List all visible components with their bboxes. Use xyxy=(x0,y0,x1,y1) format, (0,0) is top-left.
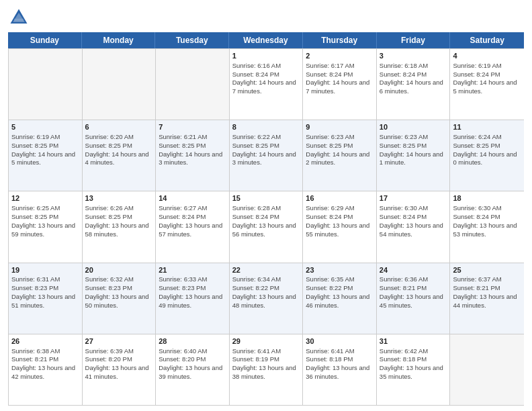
header-day-tuesday: Tuesday xyxy=(155,32,229,48)
day-cell-21: 21Sunrise: 6:33 AM Sunset: 8:23 PM Dayli… xyxy=(156,263,230,334)
day-number: 22 xyxy=(232,265,300,275)
calendar-row-3: 12Sunrise: 6:25 AM Sunset: 8:25 PM Dayli… xyxy=(9,191,524,263)
day-number: 14 xyxy=(159,193,226,203)
sun-info: Sunrise: 6:39 AM Sunset: 8:20 PM Dayligh… xyxy=(85,347,149,380)
sun-info: Sunrise: 6:22 AM Sunset: 8:25 PM Dayligh… xyxy=(232,133,296,166)
day-number: 7 xyxy=(159,122,226,132)
day-number: 8 xyxy=(232,122,300,132)
day-number: 5 xyxy=(11,122,79,132)
day-cell-4: 4Sunrise: 6:19 AM Sunset: 8:24 PM Daylig… xyxy=(450,49,524,120)
sun-info: Sunrise: 6:23 AM Sunset: 8:25 PM Dayligh… xyxy=(380,133,443,166)
sun-info: Sunrise: 6:27 AM Sunset: 8:24 PM Dayligh… xyxy=(159,204,222,237)
day-cell-16: 16Sunrise: 6:29 AM Sunset: 8:24 PM Dayli… xyxy=(303,191,377,262)
day-number: 16 xyxy=(306,193,373,203)
sun-info: Sunrise: 6:20 AM Sunset: 8:25 PM Dayligh… xyxy=(85,133,149,166)
day-cell-3: 3Sunrise: 6:18 AM Sunset: 8:24 PM Daylig… xyxy=(377,49,451,120)
day-cell-10: 10Sunrise: 6:23 AM Sunset: 8:25 PM Dayli… xyxy=(377,120,451,191)
day-number: 31 xyxy=(380,336,447,347)
calendar-row-4: 19Sunrise: 6:31 AM Sunset: 8:23 PM Dayli… xyxy=(9,263,524,334)
sun-info: Sunrise: 6:23 AM Sunset: 8:25 PM Dayligh… xyxy=(306,133,369,166)
day-cell-14: 14Sunrise: 6:27 AM Sunset: 8:24 PM Dayli… xyxy=(156,191,230,262)
day-number: 27 xyxy=(85,336,153,347)
day-cell-23: 23Sunrise: 6:35 AM Sunset: 8:22 PM Dayli… xyxy=(303,263,377,334)
sun-info: Sunrise: 6:18 AM Sunset: 8:24 PM Dayligh… xyxy=(380,62,443,95)
sun-info: Sunrise: 6:25 AM Sunset: 8:25 PM Dayligh… xyxy=(11,204,75,237)
header-day-saturday: Saturday xyxy=(450,32,524,48)
day-number: 17 xyxy=(380,193,447,203)
day-number: 29 xyxy=(232,336,300,347)
day-cell-28: 28Sunrise: 6:40 AM Sunset: 8:20 PM Dayli… xyxy=(156,334,230,405)
day-cell-9: 9Sunrise: 6:23 AM Sunset: 8:25 PM Daylig… xyxy=(303,120,377,191)
day-cell-13: 13Sunrise: 6:26 AM Sunset: 8:25 PM Dayli… xyxy=(83,191,157,262)
day-cell-24: 24Sunrise: 6:36 AM Sunset: 8:21 PM Dayli… xyxy=(377,263,451,334)
sun-info: Sunrise: 6:21 AM Sunset: 8:25 PM Dayligh… xyxy=(159,133,222,166)
day-number: 12 xyxy=(11,193,79,203)
day-cell-26: 26Sunrise: 6:38 AM Sunset: 8:21 PM Dayli… xyxy=(9,334,83,405)
logo-icon xyxy=(8,7,30,28)
svg-rect-2 xyxy=(14,19,24,21)
sun-info: Sunrise: 6:24 AM Sunset: 8:25 PM Dayligh… xyxy=(453,133,517,166)
sun-info: Sunrise: 6:17 AM Sunset: 8:24 PM Dayligh… xyxy=(306,62,369,95)
day-cell-17: 17Sunrise: 6:30 AM Sunset: 8:24 PM Dayli… xyxy=(377,191,451,262)
sun-info: Sunrise: 6:42 AM Sunset: 8:18 PM Dayligh… xyxy=(380,347,443,380)
day-cell-6: 6Sunrise: 6:20 AM Sunset: 8:25 PM Daylig… xyxy=(83,120,157,191)
day-cell-15: 15Sunrise: 6:28 AM Sunset: 8:24 PM Dayli… xyxy=(230,191,304,262)
sun-info: Sunrise: 6:19 AM Sunset: 8:25 PM Dayligh… xyxy=(11,133,75,166)
day-cell-1: 1Sunrise: 6:16 AM Sunset: 8:24 PM Daylig… xyxy=(230,49,304,120)
calendar: SundayMondayTuesdayWednesdayThursdayFrid… xyxy=(8,32,524,406)
day-number: 24 xyxy=(380,265,447,275)
calendar-row-5: 26Sunrise: 6:38 AM Sunset: 8:21 PM Dayli… xyxy=(9,334,524,406)
header xyxy=(8,7,524,28)
day-number: 23 xyxy=(306,265,373,275)
day-cell-27: 27Sunrise: 6:39 AM Sunset: 8:20 PM Dayli… xyxy=(83,334,157,405)
header-day-sunday: Sunday xyxy=(8,32,82,48)
sun-info: Sunrise: 6:30 AM Sunset: 8:24 PM Dayligh… xyxy=(453,204,517,237)
day-number: 2 xyxy=(306,51,373,61)
day-number: 18 xyxy=(453,193,521,203)
calendar-row-1: 1Sunrise: 6:16 AM Sunset: 8:24 PM Daylig… xyxy=(9,49,524,120)
day-number: 11 xyxy=(453,122,521,132)
day-number: 9 xyxy=(306,122,373,132)
day-cell-25: 25Sunrise: 6:37 AM Sunset: 8:21 PM Dayli… xyxy=(450,263,524,334)
day-number: 25 xyxy=(453,265,521,275)
page-container: SundayMondayTuesdayWednesdayThursdayFrid… xyxy=(0,0,532,411)
calendar-header: SundayMondayTuesdayWednesdayThursdayFrid… xyxy=(8,32,524,48)
empty-cell xyxy=(450,334,524,405)
day-number: 26 xyxy=(11,336,79,347)
day-number: 10 xyxy=(380,122,447,132)
day-number: 28 xyxy=(159,336,226,347)
day-number: 1 xyxy=(232,51,300,61)
header-day-monday: Monday xyxy=(82,32,156,48)
day-cell-7: 7Sunrise: 6:21 AM Sunset: 8:25 PM Daylig… xyxy=(156,120,230,191)
day-number: 15 xyxy=(232,193,300,203)
sun-info: Sunrise: 6:37 AM Sunset: 8:21 PM Dayligh… xyxy=(453,275,517,308)
sun-info: Sunrise: 6:34 AM Sunset: 8:22 PM Dayligh… xyxy=(232,275,296,308)
day-number: 19 xyxy=(11,265,79,275)
day-number: 6 xyxy=(85,122,153,132)
sun-info: Sunrise: 6:31 AM Sunset: 8:23 PM Dayligh… xyxy=(11,275,75,308)
sun-info: Sunrise: 6:30 AM Sunset: 8:24 PM Dayligh… xyxy=(380,204,443,237)
day-cell-30: 30Sunrise: 6:41 AM Sunset: 8:18 PM Dayli… xyxy=(303,334,377,405)
sun-info: Sunrise: 6:38 AM Sunset: 8:21 PM Dayligh… xyxy=(11,347,75,380)
sun-info: Sunrise: 6:28 AM Sunset: 8:24 PM Dayligh… xyxy=(232,204,296,237)
sun-info: Sunrise: 6:29 AM Sunset: 8:24 PM Dayligh… xyxy=(306,204,369,237)
day-number: 20 xyxy=(85,265,153,275)
header-day-friday: Friday xyxy=(377,32,451,48)
day-cell-12: 12Sunrise: 6:25 AM Sunset: 8:25 PM Dayli… xyxy=(9,191,83,262)
day-cell-5: 5Sunrise: 6:19 AM Sunset: 8:25 PM Daylig… xyxy=(9,120,83,191)
calendar-row-2: 5Sunrise: 6:19 AM Sunset: 8:25 PM Daylig… xyxy=(9,120,524,191)
sun-info: Sunrise: 6:32 AM Sunset: 8:23 PM Dayligh… xyxy=(85,275,149,308)
header-day-thursday: Thursday xyxy=(303,32,377,48)
day-cell-11: 11Sunrise: 6:24 AM Sunset: 8:25 PM Dayli… xyxy=(450,120,524,191)
day-cell-8: 8Sunrise: 6:22 AM Sunset: 8:25 PM Daylig… xyxy=(230,120,304,191)
sun-info: Sunrise: 6:35 AM Sunset: 8:22 PM Dayligh… xyxy=(306,275,369,308)
sun-info: Sunrise: 6:41 AM Sunset: 8:18 PM Dayligh… xyxy=(306,347,369,380)
day-cell-2: 2Sunrise: 6:17 AM Sunset: 8:24 PM Daylig… xyxy=(303,49,377,120)
sun-info: Sunrise: 6:16 AM Sunset: 8:24 PM Dayligh… xyxy=(232,62,296,95)
day-cell-20: 20Sunrise: 6:32 AM Sunset: 8:23 PM Dayli… xyxy=(83,263,157,334)
sun-info: Sunrise: 6:36 AM Sunset: 8:21 PM Dayligh… xyxy=(380,275,443,308)
day-cell-31: 31Sunrise: 6:42 AM Sunset: 8:18 PM Dayli… xyxy=(377,334,451,405)
day-cell-22: 22Sunrise: 6:34 AM Sunset: 8:22 PM Dayli… xyxy=(230,263,304,334)
logo xyxy=(8,7,32,28)
header-day-wednesday: Wednesday xyxy=(229,32,303,48)
